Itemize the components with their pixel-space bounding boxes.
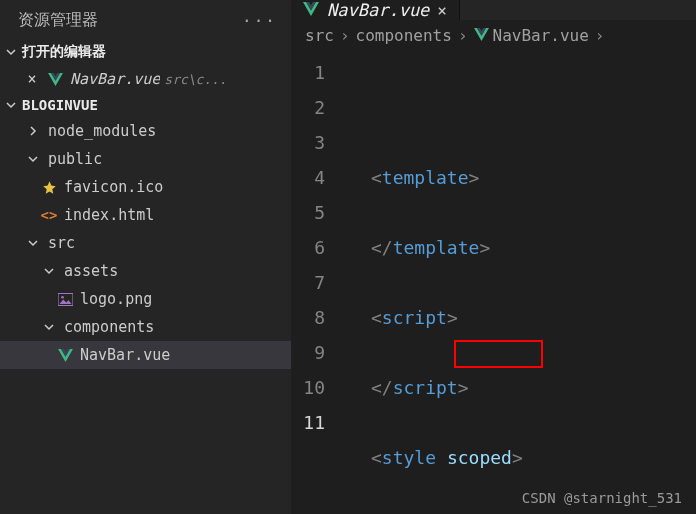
open-editors-section[interactable]: 打开的编辑器 bbox=[0, 39, 291, 65]
image-icon bbox=[56, 290, 74, 308]
tab-bar: NavBar.vue × bbox=[291, 0, 696, 20]
line-number: 2 bbox=[291, 90, 325, 125]
vue-icon bbox=[46, 70, 64, 88]
tree-label: node_modules bbox=[48, 122, 156, 140]
open-editors-list: ×NavBar.vuesrc\c... bbox=[0, 65, 291, 93]
open-editor-item[interactable]: ×NavBar.vuesrc\c... bbox=[0, 65, 291, 93]
more-icon[interactable]: ··· bbox=[242, 11, 277, 30]
breadcrumb-item[interactable]: src bbox=[305, 26, 334, 45]
code-line[interactable] bbox=[343, 195, 696, 230]
tree-label: NavBar.vue bbox=[80, 346, 170, 364]
chevron-right-icon: › bbox=[340, 26, 350, 45]
vue-icon bbox=[56, 346, 74, 364]
tree-item-logo-png[interactable]: logo.png bbox=[0, 285, 291, 313]
chevron-right-icon: › bbox=[595, 26, 605, 45]
breadcrumb-item[interactable]: NavBar.vue bbox=[474, 26, 589, 45]
editor-pane: NavBar.vue × src›components›NavBar.vue› … bbox=[291, 0, 696, 514]
tree-label: assets bbox=[64, 262, 118, 280]
chevron-right-icon: › bbox=[458, 26, 468, 45]
line-number: 7 bbox=[291, 265, 325, 300]
code-line[interactable]: </template> bbox=[343, 230, 696, 265]
chevron-down-icon bbox=[24, 150, 42, 168]
vue-icon bbox=[303, 0, 319, 20]
explorer-title: 资源管理器 bbox=[18, 10, 98, 31]
tree-item-assets[interactable]: assets bbox=[0, 257, 291, 285]
code-line[interactable]: <script> bbox=[343, 300, 696, 335]
breadcrumb-item[interactable]: components bbox=[356, 26, 452, 45]
line-number: 11 bbox=[291, 405, 325, 440]
line-number: 5 bbox=[291, 195, 325, 230]
line-gutter: 1234567891011 bbox=[291, 55, 343, 514]
svg-point-1 bbox=[61, 295, 64, 298]
code-line[interactable]: </script> bbox=[343, 370, 696, 405]
tree-label: favicon.ico bbox=[64, 178, 163, 196]
tree-label: public bbox=[48, 150, 102, 168]
path-hint: src\c... bbox=[164, 72, 227, 87]
code-line[interactable]: <style scoped> bbox=[343, 440, 696, 475]
chevron-down-icon bbox=[40, 262, 58, 280]
close-icon[interactable]: × bbox=[437, 1, 447, 20]
tab-navbar[interactable]: NavBar.vue × bbox=[291, 0, 460, 20]
explorer-header: 资源管理器 ··· bbox=[0, 0, 291, 39]
tree-label: src bbox=[48, 234, 75, 252]
explorer-sidebar: 资源管理器 ··· 打开的编辑器 ×NavBar.vuesrc\c... BLO… bbox=[0, 0, 291, 514]
file-label: NavBar.vue bbox=[70, 70, 160, 88]
highlight-box bbox=[454, 340, 543, 368]
project-section[interactable]: BLOGINVUE bbox=[0, 93, 291, 117]
line-number: 8 bbox=[291, 300, 325, 335]
code-line[interactable] bbox=[343, 405, 696, 440]
tab-label: NavBar.vue bbox=[327, 0, 429, 20]
tree-item-favicon-ico[interactable]: favicon.ico bbox=[0, 173, 291, 201]
tree-item-navbar-vue[interactable]: NavBar.vue bbox=[0, 341, 291, 369]
tree-label: logo.png bbox=[80, 290, 152, 308]
html-icon: <> bbox=[40, 206, 58, 224]
chevron-down-icon bbox=[40, 318, 58, 336]
code-lines[interactable]: <template> </template> <script> </script… bbox=[343, 55, 696, 514]
tree-label: components bbox=[64, 318, 154, 336]
tree-item-node_modules[interactable]: node_modules bbox=[0, 117, 291, 145]
close-icon[interactable]: × bbox=[24, 70, 40, 88]
line-number: 9 bbox=[291, 335, 325, 370]
tree-item-components[interactable]: components bbox=[0, 313, 291, 341]
line-number: 6 bbox=[291, 230, 325, 265]
code-line[interactable]: </style> bbox=[343, 510, 696, 514]
line-number: 1 bbox=[291, 55, 325, 90]
code-line[interactable] bbox=[343, 265, 696, 300]
vue-icon bbox=[474, 26, 489, 45]
watermark: CSDN @starnight_531 bbox=[522, 490, 682, 506]
tree-label: index.html bbox=[64, 206, 154, 224]
code-area[interactable]: 1234567891011 <template> </template> <sc… bbox=[291, 51, 696, 514]
chevron-down-icon bbox=[24, 234, 42, 252]
chevron-down-icon bbox=[4, 45, 18, 59]
breadcrumb[interactable]: src›components›NavBar.vue› bbox=[291, 20, 696, 51]
line-number: 4 bbox=[291, 160, 325, 195]
code-line[interactable]: <template> bbox=[343, 160, 696, 195]
tree-item-src[interactable]: src bbox=[0, 229, 291, 257]
line-number: 10 bbox=[291, 370, 325, 405]
tree-item-index-html[interactable]: <>index.html bbox=[0, 201, 291, 229]
chevron-down-icon bbox=[4, 98, 18, 112]
star-icon bbox=[40, 178, 58, 196]
tree-item-public[interactable]: public bbox=[0, 145, 291, 173]
file-tree: node_modulespublicfavicon.ico<>index.htm… bbox=[0, 117, 291, 514]
chevron-right-icon bbox=[24, 122, 42, 140]
line-number: 3 bbox=[291, 125, 325, 160]
